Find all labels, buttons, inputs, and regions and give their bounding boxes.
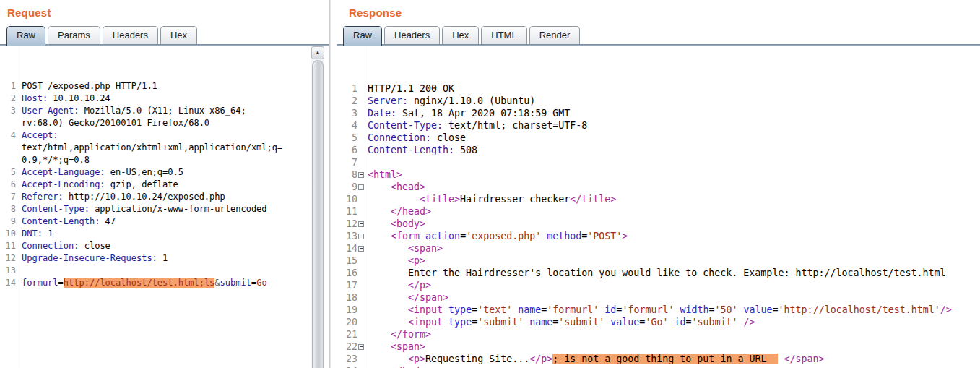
line-text: Connection: close [365, 132, 466, 144]
code-line: 4Accept: [0, 129, 311, 142]
line-text: DNT: 1 [19, 228, 53, 240]
line-text: POST /exposed.php HTTP/1.1 [19, 80, 157, 93]
fold-collapse-icon[interactable] [358, 184, 364, 190]
line-text: <p>Requesting Site...</p>; is not a good… [365, 353, 825, 365]
code-line: 11Connection: close [0, 240, 311, 252]
line-number: 13 [0, 265, 16, 277]
line-number: 8 [337, 168, 357, 181]
code-line: 8Content-Type: application/x-www-form-ur… [0, 203, 311, 215]
line-text: <input type='text' name='formurl' id='fo… [365, 304, 952, 316]
line-text: Date: Sat, 18 Apr 2020 07:18:59 GMT [365, 107, 570, 119]
tab-headers[interactable]: Headers [103, 26, 158, 44]
code-line: 15 <p> [337, 254, 980, 267]
line-number: 5 [0, 166, 16, 179]
line-text: 0.9,*/*;q=0.8 [19, 154, 90, 166]
tab-raw[interactable]: Raw [6, 26, 45, 46]
line-number: 1 [337, 82, 357, 95]
code-line: 17 </p> [337, 279, 980, 291]
code-line: 14 <span> [337, 242, 980, 254]
tab-raw[interactable]: Raw [343, 26, 382, 46]
line-text: Accept-Encoding: gzip, deflate [19, 179, 178, 191]
tab-hex[interactable]: Hex [160, 26, 197, 44]
fold-column [357, 353, 365, 365]
code-line: 24 </body> [337, 365, 980, 368]
line-number: 17 [337, 279, 357, 291]
line-text: </p> [365, 279, 431, 291]
line-number: 14 [337, 242, 357, 254]
line-number: 1 [0, 80, 16, 93]
fold-column [357, 365, 365, 368]
line-number: 13 [337, 230, 357, 242]
line-text: Content-Length: 47 [19, 215, 116, 228]
line-text: Content-Type: application/x-www-form-url… [19, 203, 267, 215]
line-number: 6 [337, 144, 357, 156]
line-number: 4 [0, 129, 16, 142]
fold-collapse-icon[interactable] [358, 344, 364, 350]
fold-column [357, 242, 365, 254]
code-line: 0.9,*/*;q=0.8 [0, 154, 311, 166]
response-raw-editor[interactable]: 1HTTP/1.1 200 OK2Server: nginx/1.10.0 (U… [337, 46, 980, 368]
line-text: Enter the Hairdresser's location you wou… [365, 267, 946, 279]
request-scrollbar[interactable]: ▲ [311, 46, 324, 368]
fold-column [357, 107, 365, 119]
line-text: Content-Type: text/html; charset=UTF-8 [365, 119, 587, 132]
line-text: Referer: http://10.10.10.24/exposed.php [19, 191, 225, 203]
fold-column [357, 95, 365, 107]
tab-headers[interactable]: Headers [384, 26, 440, 44]
fold-column [357, 119, 365, 132]
line-number: 18 [337, 291, 357, 304]
code-line: 1POST /exposed.php HTTP/1.1 [0, 80, 311, 93]
fold-collapse-icon[interactable] [358, 246, 364, 252]
code-line: 14formurl=http://localhost/test.html;ls&… [0, 277, 311, 289]
response-tabbar: RawHeadersHexHTMLRender [343, 26, 582, 44]
line-text: </span> [365, 291, 448, 304]
code-line: 12Upgrade-Insecure-Requests: 1 [0, 252, 311, 265]
line-number: 2 [337, 95, 357, 107]
fold-collapse-icon[interactable] [358, 172, 364, 178]
request-raw-editor[interactable]: 1POST /exposed.php HTTP/1.12Host: 10.10.… [0, 46, 311, 368]
code-line: 2Host: 10.10.10.24 [0, 93, 311, 105]
fold-column [357, 328, 365, 341]
fold-collapse-icon[interactable] [358, 221, 364, 227]
line-number: 8 [0, 203, 16, 215]
request-panel-title: Request [7, 7, 51, 19]
line-number: 12 [337, 218, 357, 230]
code-line: 7Referer: http://10.10.10.24/exposed.php [0, 191, 311, 203]
code-line: 10 <title>Hairdresser checker</title> [337, 193, 980, 205]
code-line: 2Server: nginx/1.10.0 (Ubuntu) [337, 95, 980, 107]
code-line: rv:68.0) Gecko/20100101 Firefox/68.0 [0, 117, 311, 129]
line-text: Upgrade-Insecure-Requests: 1 [19, 252, 168, 265]
code-line: 3Date: Sat, 18 Apr 2020 07:18:59 GMT [337, 107, 980, 119]
line-number: 24 [337, 365, 357, 368]
fold-column [357, 144, 365, 156]
response-panel: Response RawHeadersHexHTMLRender 1HTTP/1… [337, 0, 980, 368]
tab-hex[interactable]: Hex [442, 26, 479, 44]
line-number: 4 [337, 119, 357, 132]
line-number: 3 [0, 105, 16, 117]
line-number: 10 [0, 228, 16, 240]
line-text: <title>Hairdresser checker</title> [365, 193, 616, 205]
fold-column [357, 132, 365, 144]
line-text: <body> [365, 218, 425, 230]
code-line: 5Connection: close [337, 132, 980, 144]
fold-column [357, 156, 365, 168]
line-number: 3 [337, 107, 357, 119]
scroll-up-button[interactable]: ▲ [311, 46, 324, 59]
line-number: 19 [337, 304, 357, 316]
fold-column [357, 230, 365, 242]
code-line: 8<html> [337, 168, 980, 181]
line-text: Content-Length: 508 [365, 144, 477, 156]
scrollbar-thumb[interactable] [312, 60, 324, 368]
line-number [0, 154, 16, 166]
fold-collapse-icon[interactable] [358, 234, 364, 239]
code-line: 20 <input type='submit' name='submit' va… [337, 316, 980, 328]
tab-render[interactable]: Render [529, 26, 581, 44]
tab-params[interactable]: Params [48, 26, 100, 44]
code-line: 3User-Agent: Mozilla/5.0 (X11; Linux x86… [0, 105, 311, 117]
tab-html[interactable]: HTML [481, 26, 526, 44]
request-panel: Request RawParamsHeadersHex 1POST /expos… [0, 0, 329, 368]
line-number: 11 [337, 205, 357, 218]
code-line: 19 <input type='text' name='formurl' id=… [337, 304, 980, 316]
line-text: <head> [365, 181, 425, 193]
fold-column [357, 291, 365, 304]
